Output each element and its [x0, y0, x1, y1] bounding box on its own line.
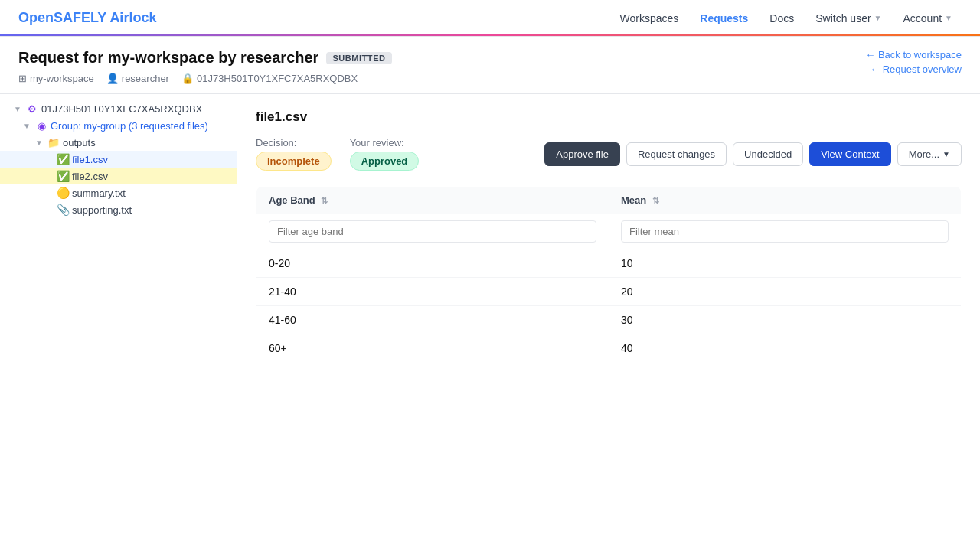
page-meta: ⊞ my-workspace 👤 researcher 🔒 01J73H501T…: [18, 73, 392, 84]
decision-value: Incomplete: [256, 152, 332, 171]
tree-root[interactable]: ▼ ⚙ 01J73H501T0Y1XFC7XA5RXQDBX: [0, 100, 237, 117]
back-to-workspace-link[interactable]: ← Back to workspace: [865, 49, 962, 60]
workspace-icon: ⊞: [18, 73, 27, 84]
switch-user-chevron-icon: ▼: [874, 14, 882, 22]
col-age-band-header: Age Band ⇅: [256, 187, 609, 214]
mean-60plus: 40: [609, 334, 962, 363]
request-id-meta: 🔒 01J73H501T0Y1XFC7XA5RXQDBX: [181, 73, 358, 84]
filter-row: [256, 214, 962, 249]
table-row: 60+ 40: [256, 334, 962, 363]
tree-group-label: Group: my-group (3 requested files): [51, 120, 208, 132]
workspace-label: my-workspace: [30, 73, 94, 84]
filter-age-band-cell: [256, 214, 609, 249]
table-row: 41-60 30: [256, 306, 962, 334]
nav-docs[interactable]: Docs: [760, 8, 803, 29]
tree-file2-label: file2.csv: [72, 171, 108, 182]
user-icon: 👤: [106, 73, 119, 84]
folder-icon: 📁: [47, 136, 60, 148]
age-band-0-20: 0-20: [256, 249, 609, 278]
more-button[interactable]: More... ▼: [897, 142, 962, 166]
file2-status-icon: ✅: [57, 170, 69, 182]
tree-outputs-toggle: ▼: [34, 139, 44, 147]
age-band-sort-icon[interactable]: ⇅: [321, 196, 328, 205]
tree-root-toggle: ▼: [12, 105, 23, 113]
page-header: Request for my-workspace by researcher S…: [0, 37, 980, 94]
tree-file-supportingtxt[interactable]: 📎 supporting.txt: [0, 201, 237, 218]
filter-mean-cell: [609, 214, 962, 249]
tree-outputs-folder[interactable]: ▼ 📁 outputs: [0, 134, 237, 151]
tree-outputs-label: outputs: [63, 137, 96, 148]
review-label: Your review:: [350, 137, 420, 148]
mean-41-60: 30: [609, 306, 962, 334]
mean-sort-icon[interactable]: ⇅: [652, 196, 659, 205]
app-logo[interactable]: OpenSAFELY Airlock: [18, 10, 156, 26]
decision-row: Decision: Incomplete Your review: Approv…: [256, 137, 962, 171]
page-title: Request for my-workspace by researcher S…: [18, 49, 392, 67]
table-row: 0-20 10: [256, 249, 962, 278]
logo-airlock: Airlock: [109, 10, 156, 25]
shield-icon: 🔒: [181, 73, 194, 84]
user-meta: 👤 researcher: [106, 73, 169, 84]
tree-group-toggle: ▼: [21, 122, 32, 130]
main-content: file1.csv Decision: Incomplete Your revi…: [237, 94, 980, 551]
account-chevron-icon: ▼: [945, 14, 952, 22]
tree-file1-label: file1.csv: [72, 154, 108, 165]
file-title: file1.csv: [256, 109, 962, 125]
nav-switch-user[interactable]: Switch user ▼: [806, 8, 890, 29]
tree-group[interactable]: ▼ ◉ Group: my-group (3 requested files): [0, 117, 237, 134]
tree-summary-label: summary.txt: [72, 187, 126, 199]
view-context-button[interactable]: View Context: [809, 142, 890, 166]
review-value: Approved: [350, 152, 420, 171]
review-section: Your review: Approved: [350, 137, 420, 171]
summary-status-icon: 🟡: [57, 187, 69, 199]
tree-supporting-label: supporting.txt: [72, 204, 132, 216]
user-label: researcher: [122, 73, 169, 84]
col-mean-header: Mean ⇅: [609, 187, 962, 214]
file1-status-icon: ✅: [57, 153, 69, 165]
tree-file-summarytxt[interactable]: 🟡 summary.txt: [0, 184, 237, 201]
tree-file-file2csv[interactable]: ✅ file2.csv: [0, 168, 237, 184]
logo-open: OpenSAFELY: [18, 10, 106, 25]
action-buttons: Approve file Request changes Undecided V…: [544, 142, 962, 166]
nav-links: Workspaces Requests Docs Switch user ▼ A…: [611, 8, 962, 29]
filter-mean-input[interactable]: [621, 220, 949, 243]
approve-file-button[interactable]: Approve file: [544, 142, 620, 166]
mean-21-40: 20: [609, 278, 962, 306]
decision-label: Decision:: [256, 137, 332, 148]
filter-age-band-input[interactable]: [269, 220, 596, 243]
age-band-41-60: 41-60: [256, 306, 609, 334]
age-band-21-40: 21-40: [256, 278, 609, 306]
nav-requests[interactable]: Requests: [691, 8, 757, 29]
request-overview-link[interactable]: ← Request overview: [870, 64, 962, 75]
data-table: Age Band ⇅ Mean ⇅: [256, 186, 962, 363]
page-title-text: Request for my-workspace by researcher: [18, 49, 318, 67]
page-header-right: ← Back to workspace ← Request overview: [865, 49, 962, 75]
mean-0-20: 10: [609, 249, 962, 278]
decision-section: Decision: Incomplete: [256, 137, 332, 171]
table-row: 21-40 20: [256, 278, 962, 306]
tree-root-label: 01J73H501T0Y1XFC7XA5RXQDBX: [41, 103, 202, 115]
request-id: 01J73H501T0Y1XFC7XA5RXQDBX: [197, 73, 358, 84]
more-chevron-icon: ▼: [942, 150, 950, 158]
layout: ▼ ⚙ 01J73H501T0Y1XFC7XA5RXQDBX ▼ ◉ Group…: [0, 94, 980, 551]
request-changes-button[interactable]: Request changes: [626, 142, 727, 166]
nav-account[interactable]: Account ▼: [894, 8, 962, 29]
undecided-button[interactable]: Undecided: [733, 142, 803, 166]
status-badge: SUBMITTED: [326, 52, 391, 64]
tree-file-file1csv[interactable]: ✅ file1.csv: [0, 151, 237, 168]
nav-workspaces[interactable]: Workspaces: [611, 8, 688, 29]
sidebar: ▼ ⚙ 01J73H501T0Y1XFC7XA5RXQDBX ▼ ◉ Group…: [0, 94, 237, 551]
supporting-status-icon: 📎: [57, 204, 69, 216]
page-header-left: Request for my-workspace by researcher S…: [18, 49, 392, 84]
navbar: OpenSAFELY Airlock Workspaces Requests D…: [0, 0, 980, 37]
age-band-60plus: 60+: [256, 334, 609, 363]
request-icon: ⚙: [26, 103, 38, 115]
workspace-meta: ⊞ my-workspace: [18, 73, 94, 84]
group-icon: ◉: [35, 119, 47, 132]
